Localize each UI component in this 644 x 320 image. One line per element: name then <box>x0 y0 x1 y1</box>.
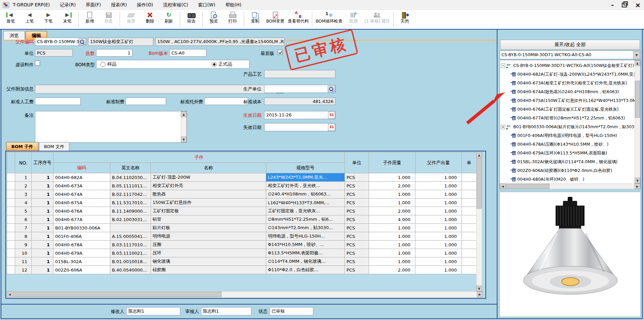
unit-cell[interactable]: PCS <box>345 173 369 182</box>
name-cell[interactable]: 工矿灯-顶盖-200W <box>151 173 266 182</box>
seq-cell[interactable]: 1 <box>32 232 53 241</box>
last-cell[interactable] <box>462 182 477 190</box>
tree-item[interactable]: 004H0-678A(压圈)(Φ143*H10.5MM，喷砂、) <box>500 140 640 149</box>
name-cell[interactable]: 铝管 <box>151 215 266 224</box>
qty-cell[interactable]: 1.000 <box>369 190 415 199</box>
toolbar-button[interactable]: BOM循环检查 <box>314 11 344 25</box>
seq-cell[interactable]: 1 <box>32 266 53 274</box>
unit-cell[interactable]: PCS <box>345 190 369 199</box>
toolbar-button[interactable]: 新增 <box>80 11 99 25</box>
row-selector-cell[interactable] <box>7 224 15 232</box>
en-name-cell[interactable]: B.01.0010018... <box>110 257 151 266</box>
toolbar-button[interactable]: 筛选 <box>182 11 201 25</box>
table-scroll-left-icon[interactable]: ◀ <box>7 291 12 297</box>
no-cell[interactable]: 9 <box>15 241 32 249</box>
code-cell[interactable]: 004H0-675A <box>53 199 110 207</box>
row-selector-cell[interactable] <box>7 182 15 190</box>
qty-cell[interactable]: 1.000 <box>369 257 415 266</box>
last-cell[interactable] <box>462 241 477 249</box>
tree-item[interactable]: CS-BYB-0-150MW-30D71-WCTKG-A0(150W钛金相变工矿… <box>500 61 640 70</box>
toolbar-button[interactable]: BOM变更 <box>265 11 286 25</box>
toolbar-button[interactable]: [1.审核].通过 <box>363 11 392 25</box>
tree-scroll-up-icon[interactable]: ▲ <box>635 60 640 66</box>
unit-cell[interactable]: PCS <box>345 199 369 207</box>
toolbar-button[interactable]: 复制 <box>246 11 265 25</box>
std-labor-field[interactable] <box>35 98 81 105</box>
unit-cell[interactable]: PCS <box>345 182 369 190</box>
batch-field[interactable]: 1 <box>96 49 132 57</box>
toolbar-button[interactable]: 末笔 <box>58 11 77 25</box>
seq-cell[interactable]: 1 <box>32 224 53 232</box>
expand-collapse-button[interactable]: 展开/收起 全部 <box>500 40 640 50</box>
name-cell[interactable]: 压圈 <box>151 241 266 249</box>
out-cell[interactable]: 1.000 <box>415 182 462 190</box>
name-cell[interactable]: 硅胶圈 <box>151 266 266 274</box>
last-cell[interactable] <box>462 266 477 274</box>
toolbar-button[interactable] <box>180 11 180 27</box>
toolbar-button[interactable]: 查看替代料 <box>286 11 311 25</box>
header-seq[interactable]: 工序序号 <box>32 152 53 173</box>
last-cell[interactable] <box>462 207 477 215</box>
seq-cell[interactable]: 1 <box>32 199 53 207</box>
menu-item[interactable]: 流程审核(C) <box>163 2 188 8</box>
menu-item[interactable]: 操作(O) <box>137 2 153 8</box>
last-cell[interactable] <box>462 190 477 199</box>
qty-cell[interactable]: 1.000 <box>369 173 415 182</box>
seq-cell[interactable]: 1 <box>32 241 53 249</box>
name-cell[interactable]: 明纬电源 <box>151 232 266 241</box>
toolbar-button[interactable] <box>393 11 394 27</box>
tree-scroll-right-icon[interactable]: ▶ <box>635 183 640 189</box>
tree-item[interactable]: 004H0-680A(吊环)(M20、镀锌、) <box>500 175 640 184</box>
en-name-cell[interactable]: B.04.1102030... <box>110 173 151 182</box>
table-row[interactable]: 12 1 002Z0-606A B.40.0540000... 硅胶圈 Φ110… <box>7 266 477 274</box>
table-scroll-right-icon[interactable]: ▶ <box>477 291 483 297</box>
last-cell[interactable] <box>462 249 477 257</box>
out-cell[interactable]: 1.000 <box>415 215 462 224</box>
header-spec[interactable]: 规格型号 <box>266 163 345 173</box>
header-last[interactable]: 单 <box>462 152 477 173</box>
last-cell[interactable] <box>462 173 477 182</box>
code-cell[interactable]: 004H0-676A <box>53 207 110 215</box>
en-name-cell[interactable]: B.11.5317010... <box>110 199 151 207</box>
toolbar-button[interactable]: 存盘 <box>99 11 118 25</box>
toolbar-button[interactable] <box>78 11 79 27</box>
tab-bom-children[interactable]: BOM 子件 <box>6 142 38 151</box>
no-cell[interactable]: 10 <box>15 249 32 257</box>
table-row[interactable]: 7 1 B01-BYB00330-006A 贴片灯板 ∅143mm*T2.0mm… <box>7 224 477 232</box>
en-name-cell[interactable]: B.02.1117042... <box>110 190 151 199</box>
row-selector-cell[interactable] <box>7 207 15 215</box>
table-vscrollbar[interactable]: ▲ ▼ <box>476 152 482 291</box>
en-name-cell[interactable] <box>110 224 151 232</box>
table-row[interactable]: 5 1 004H0-676A B.11.1409000... 工矿灯固定板 工矿… <box>7 207 477 215</box>
tree-item[interactable]: 004H0-682A(工矿灯-顶盖-200W)(L243*W243*T1.0MM… <box>500 70 640 79</box>
name-cell[interactable]: 压环 <box>151 249 266 257</box>
tree-expand-icon[interactable] <box>501 64 505 68</box>
code-cell[interactable]: 004H0-679A <box>53 249 110 257</box>
effective-calendar-icon[interactable]: 31 <box>328 112 335 119</box>
table-row[interactable]: 1 1 004H0-682A B.04.1102030... 工矿灯-顶盖-20… <box>7 173 477 182</box>
toolbar-button[interactable] <box>312 11 312 27</box>
header-name[interactable]: 名称 <box>151 163 266 173</box>
scroll-down-icon[interactable]: ▼ <box>181 137 187 142</box>
toolbar-button[interactable]: 刷新 <box>159 11 178 25</box>
qty-cell[interactable]: 1.000 <box>369 249 415 257</box>
no-cell[interactable]: 11 <box>15 257 32 266</box>
tab-browse[interactable]: 浏览 <box>3 31 25 40</box>
last-cell[interactable] <box>462 199 477 207</box>
row-selector-cell[interactable] <box>7 249 15 257</box>
seq-cell[interactable]: 1 <box>32 207 53 215</box>
spec-cell[interactable]: L162*W40*H133*T3.0MM,... <box>266 199 345 207</box>
spec-cell[interactable]: ∅240.4*H108mm，铝6063... <box>266 190 345 199</box>
no-cell[interactable]: 5 <box>15 207 32 215</box>
qty-cell[interactable]: 4.000 <box>369 215 415 224</box>
table-vscroll-thumb[interactable] <box>477 158 482 209</box>
latest-version-checkbox[interactable] <box>278 50 283 55</box>
code-cell[interactable]: 004H0-682A <box>53 173 110 182</box>
row-selector-cell[interactable] <box>7 173 15 182</box>
tree-item[interactable]: 002Z0-606A(硅胶圈)(Φ110*Φ2.0mm,白色硅胶) <box>500 166 640 175</box>
toolbar-button[interactable]: 首笔 <box>1 11 20 25</box>
spec-cell[interactable]: ∅8mm*H51*T2.25mm，铝6... <box>266 215 345 224</box>
table-row[interactable]: 6 1 004H0-677A B.02.1003031... 铝管 ∅8mm*H… <box>7 215 477 224</box>
radio-sample-label[interactable]: 样品 <box>107 61 116 67</box>
tree-vscroll-thumb[interactable] <box>635 81 640 118</box>
